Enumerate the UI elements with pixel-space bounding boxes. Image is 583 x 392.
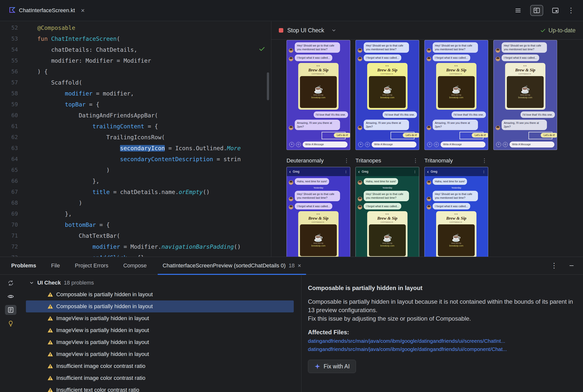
problem-item[interactable]: ImageView is partially hidden in layout xyxy=(26,312,294,324)
message-input-bar: + ☺ Write A Message xyxy=(289,141,348,148)
problem-item[interactable]: Insufficient text color contrast ratio xyxy=(26,384,294,392)
warning-icon xyxy=(47,387,53,392)
problem-item[interactable]: ImageView is partially hidden in layout xyxy=(26,324,294,336)
preview-phone[interactable]: ‹ Greg ⋮ Haha, next time for sure! Yeste… xyxy=(286,167,350,257)
more-options-icon[interactable]: ⋮ xyxy=(567,7,574,14)
chat-message: Amazing, I'll see you there at 2pm? xyxy=(289,120,348,130)
flagged-composable-region: Let's do it! xyxy=(496,132,555,139)
problem-item-label: Insufficient text color contrast ratio xyxy=(56,387,139,392)
preview-eye-icon[interactable] xyxy=(5,292,17,302)
problems-panel-title[interactable]: Problems xyxy=(11,262,36,269)
tab-project-errors[interactable]: Project Errors xyxy=(75,257,108,274)
problem-item[interactable]: ImageView is partially hidden in layout xyxy=(26,348,294,360)
preview-phone[interactable]: Hey! Should we go to that cafe you menti… xyxy=(424,40,488,150)
problem-item[interactable]: Insufficient image color contrast ratio xyxy=(26,372,294,384)
panel-options-icon[interactable]: ⋮ xyxy=(551,262,558,269)
code-line[interactable]: secondaryContentDescription = strin xyxy=(37,154,269,165)
problem-details-fix-hint: Fix this issue by adjusting the size or … xyxy=(308,314,575,323)
report-view-icon[interactable] xyxy=(5,305,17,315)
open-in-window-icon[interactable] xyxy=(552,7,559,14)
code-line[interactable]: bottomBar = { xyxy=(37,220,269,230)
affected-file-link[interactable]: datingandfriends/src/main/java/com/ibm/g… xyxy=(308,346,575,352)
code-line[interactable]: topBar = { xyxy=(37,99,269,110)
editor-layout-list-icon[interactable] xyxy=(514,7,522,14)
variant-menu-icon[interactable]: ⋮ xyxy=(413,158,419,164)
code-line[interactable]: }, xyxy=(37,208,269,220)
preview-phone[interactable]: ‹ Greg ⋮ Haha, next time for sure! Yeste… xyxy=(356,167,419,257)
chat-menu-icon: ⋮ xyxy=(413,170,416,174)
tab-close-icon[interactable]: × xyxy=(298,262,301,269)
code-line[interactable]: trailingContent = { xyxy=(37,121,269,132)
problem-item[interactable]: Composable is partially hidden in layout xyxy=(26,288,294,300)
chat-message: Amazing, I'll see you there at 2pm? xyxy=(358,120,417,130)
emoji-icon: ☺ xyxy=(296,142,301,147)
card-caption: brew and sip xyxy=(451,94,461,96)
problem-item[interactable]: Insufficient image color contrast ratio xyxy=(26,360,294,372)
variant-menu-icon[interactable]: ⋮ xyxy=(344,158,350,164)
inspections-ok-icon[interactable] xyxy=(258,45,265,53)
editor-tab[interactable]: ChatInterfaceScreen.kt × xyxy=(7,0,87,21)
problem-item[interactable]: ImageView is partially hidden in layout xyxy=(26,336,294,348)
card-url: brew&sip.com xyxy=(312,96,326,99)
preview-grid[interactable]: Hey! Should we go to that cafe you menti… xyxy=(271,40,583,257)
code-line[interactable]: modifier = Modifier.navigationBarsPaddin… xyxy=(37,241,269,252)
back-chevron-icon: ‹ xyxy=(427,170,429,174)
avatar xyxy=(427,180,431,185)
code-line[interactable]: secondaryIcon = Icons.Outlined.More xyxy=(37,143,269,154)
editor-scrollbar[interactable] xyxy=(267,72,269,100)
tab-preview-active[interactable]: ChatInterfaceScreenPreview (sortedChatDe… xyxy=(162,257,302,274)
tab-file[interactable]: File xyxy=(51,257,60,274)
coffee-cup-icon: ☕ xyxy=(314,85,323,94)
code-line[interactable]: DatingAndFriendsAppBar( xyxy=(37,110,269,121)
code-line[interactable]: ) xyxy=(37,165,269,176)
tab-compose[interactable]: Compose xyxy=(123,257,147,274)
problem-item-label: ImageView is partially hidden in layout xyxy=(56,351,149,358)
code-line[interactable]: title = chatDetails.name.orEmpty() xyxy=(37,186,269,198)
fix-with-ai-button[interactable]: Fix with AI xyxy=(308,360,356,373)
split-editor-icon[interactable] xyxy=(530,5,543,16)
code-line[interactable]: ChatTextBar( xyxy=(37,230,269,241)
preview-phone[interactable]: Hey! Should we go to that cafe you menti… xyxy=(493,40,557,150)
lightbulb-icon[interactable] xyxy=(5,318,17,328)
message-bubble: I forgot what it was called... xyxy=(364,54,401,61)
message-bubble: Hey! Should we go to that cafe you menti… xyxy=(433,191,478,201)
problem-item[interactable]: Composable is partially hidden in layout xyxy=(26,300,294,312)
card-image: ☕ brew and sip brew&sip.com xyxy=(438,76,475,108)
code-line[interactable]: @Composable xyxy=(37,22,269,33)
tab-close-icon[interactable]: × xyxy=(81,7,85,14)
code-line[interactable]: onAddClick = {} xyxy=(37,252,269,257)
link-preview-card: ≈≈ Brew & Sip COFFEE&CO. ☕ brew and sip … xyxy=(367,211,408,257)
editor-code[interactable]: @Composablefun ChatInterfaceScreen( chat… xyxy=(37,22,269,257)
preview-phone[interactable]: Hey! Should we go to that cafe you menti… xyxy=(356,40,419,150)
code-line[interactable]: modifier: Modifier = Modifier xyxy=(37,55,269,66)
refresh-icon[interactable] xyxy=(5,278,17,288)
avatar xyxy=(427,205,431,210)
collapse-chevron-icon[interactable] xyxy=(29,280,34,286)
problems-group-header[interactable]: UI Check 18 problems xyxy=(26,277,294,288)
stop-ui-check-button[interactable]: Stop UI Check xyxy=(287,27,324,34)
code-editor[interactable]: 5253545556575859606162636465666768697071… xyxy=(0,22,271,257)
stop-icon xyxy=(279,28,283,32)
code-line[interactable]: chatDetails: ChatDetails, xyxy=(37,44,269,55)
link-preview-card: ≈≈ Brew & Sip COFFEE&CO. ☕ brew and sip … xyxy=(436,211,476,257)
code-line[interactable]: Scaffold( xyxy=(37,77,269,88)
chevron-down-icon[interactable] xyxy=(331,28,337,33)
preview-phone[interactable]: ‹ Greg ⋮ Haha, next time for sure! Yeste… xyxy=(424,167,488,257)
code-line[interactable]: ) xyxy=(37,198,269,208)
warning-icon xyxy=(47,375,53,381)
message-bubble: Hey! Should we go to that cafe you menti… xyxy=(433,42,478,53)
variant-menu-icon[interactable]: ⋮ xyxy=(482,158,488,164)
message-bubble: I'd love that! It's this one. xyxy=(383,112,417,118)
affected-file-link[interactable]: datingandfriends/src/main/java/com/ibm/g… xyxy=(308,338,575,344)
code-line[interactable]: ) { xyxy=(37,66,269,77)
problems-tool-window: Problems File Project Errors Compose Cha… xyxy=(0,257,583,392)
code-line[interactable]: fun ChatInterfaceScreen( xyxy=(37,33,269,44)
ui-check-header: Stop UI Check Up-to-date xyxy=(271,22,583,40)
message-bubble: Hey! Should we go to that cafe you menti… xyxy=(502,42,547,53)
minimize-icon[interactable] xyxy=(568,263,574,269)
preview-phone[interactable]: Hey! Should we go to that cafe you menti… xyxy=(286,40,350,150)
chat-menu-icon: ⋮ xyxy=(482,170,485,174)
code-line[interactable]: }, xyxy=(37,176,269,186)
code-line[interactable]: TrailingIconsRow( xyxy=(37,132,269,143)
code-line[interactable]: modifier = modifier, xyxy=(37,88,269,99)
